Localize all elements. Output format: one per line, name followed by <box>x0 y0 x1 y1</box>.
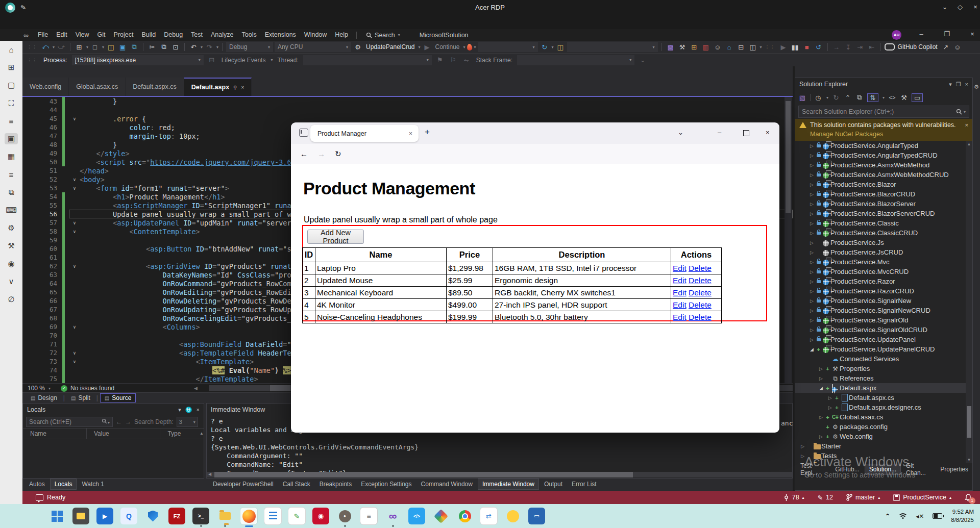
bottom-tab-breakpoints[interactable]: Breakpoints <box>315 479 356 489</box>
collapsed-arrow-icon[interactable]: ▷ <box>827 395 834 400</box>
step-down-icon[interactable]: ↧ <box>843 42 853 52</box>
tree-item-productservice-blazorservercrud[interactable]: ▷ProductService.BlazorServerCRUD <box>795 209 972 218</box>
scrollbar-thumb[interactable] <box>786 101 791 213</box>
expanded-arrow-icon[interactable]: ◢ <box>818 386 824 391</box>
edit-link[interactable]: Edit <box>673 288 687 297</box>
gears-icon[interactable]: ⚙ <box>5 222 18 234</box>
debug-configuration-select[interactable]: Debug▾ <box>226 42 273 52</box>
stack-frame-select[interactable]: ▾ <box>517 55 634 65</box>
list-tabs-icon[interactable]: ⌄ <box>678 129 683 136</box>
fold-chevron-icon[interactable]: ∨ <box>69 184 80 192</box>
vs-minimize-button[interactable]: – <box>914 30 929 38</box>
tools-icon[interactable]: ⚒ <box>900 94 908 102</box>
vscode-icon[interactable]: </> <box>408 508 425 524</box>
ide-window-icon[interactable]: ▩ <box>666 42 676 52</box>
branch-status[interactable]: master▴ <box>846 494 880 501</box>
chevron-down-icon[interactable]: ▾ <box>949 81 952 88</box>
empty-select[interactable]: ▾ <box>478 42 538 52</box>
stop-icon[interactable]: ■ <box>802 42 812 52</box>
fold-chevron-icon[interactable]: ∨ <box>69 175 80 183</box>
notifications-bell[interactable]: 1 <box>965 494 972 501</box>
account-avatar[interactable]: AU <box>892 30 901 40</box>
scrollbar-thumb[interactable] <box>214 472 633 477</box>
manage-nuget-link[interactable]: Manage NuGet Packages <box>810 131 968 138</box>
collapsed-arrow-icon[interactable]: ▷ <box>808 279 815 284</box>
menu-icon[interactable]: ≡ <box>5 169 18 180</box>
expanded-arrow-icon[interactable]: ◢ <box>808 347 815 352</box>
window-layout-icon[interactable]: ⊟ <box>736 42 746 52</box>
refresh-icon[interactable]: ↻ <box>540 42 550 52</box>
pin-icon[interactable]: ⚲ <box>233 85 237 90</box>
scrollbar-thumb[interactable] <box>967 406 971 438</box>
edit-link[interactable]: Edit <box>673 313 687 321</box>
tree-item-productservice-jscrud[interactable]: ▷ProductService.JsCRUD <box>795 247 972 257</box>
play-icon[interactable]: ▶ <box>778 42 789 52</box>
thread-select[interactable]: ▾ <box>303 55 432 65</box>
collapsed-arrow-icon[interactable]: ▷ <box>808 250 815 255</box>
explorer-home-icon[interactable]: ▧ <box>798 94 806 102</box>
locals-title-bar[interactable]: Locals ▾⛎× <box>23 404 204 416</box>
tools-icon[interactable]: ⚒ <box>5 240 18 252</box>
defender-icon[interactable] <box>144 508 161 524</box>
column-value[interactable]: Value <box>87 429 160 439</box>
column-name[interactable]: Name <box>23 429 87 439</box>
movies-app-icon[interactable]: ▶ <box>96 508 113 524</box>
cyberduck-icon[interactable] <box>504 508 521 524</box>
rdp-minimize-button[interactable]: ⌄ <box>938 3 951 11</box>
pending-edits-status[interactable]: ✎ 12 <box>818 494 833 501</box>
collapsed-arrow-icon[interactable]: ▷ <box>818 366 824 371</box>
bottom-tab-error-list[interactable]: Error List <box>568 479 601 489</box>
reading-app-icon[interactable] <box>264 508 281 524</box>
new-tab-icon[interactable]: + <box>425 127 430 137</box>
sync-app-icon[interactable]: ⇄ <box>480 508 497 524</box>
editor-vertical-scrollbar[interactable] <box>785 97 792 383</box>
frame-icon[interactable]: ▢ <box>5 80 18 91</box>
tree-item-productservice-angulartypedcrud[interactable]: ▷ProductService.AngularTypedCRUD <box>795 150 972 160</box>
folder-icon[interactable] <box>216 508 233 524</box>
menu-file[interactable]: File <box>34 29 52 41</box>
collapsed-arrow-icon[interactable]: ▷ <box>808 192 815 197</box>
fold-chevron-icon[interactable]: ∨ <box>69 219 80 227</box>
flag-icon[interactable]: ⚑ <box>435 55 445 65</box>
column-type[interactable]: Type <box>160 429 192 439</box>
windows-start-icon[interactable] <box>48 508 65 524</box>
solution-explorer-search-input[interactable]: Search Solution Explorer (Ctrl+;) ▾ <box>798 106 969 118</box>
paste-icon[interactable]: ⊡ <box>170 42 181 52</box>
search-prev-icon[interactable]: ← <box>116 418 122 425</box>
tree-item-connected-services[interactable]: ☁Connected Services <box>795 354 972 364</box>
menu-help[interactable]: Help <box>331 29 352 41</box>
flag-threads-icon[interactable]: ⚐ <box>448 55 458 65</box>
continue-label[interactable]: Continue <box>435 43 460 51</box>
irfanview-icon[interactable]: ◉ <box>312 508 329 524</box>
battery-icon[interactable] <box>933 513 942 519</box>
tree-item-productservice-blazorcrud[interactable]: ▷ProductService.BlazorCRUD <box>795 189 972 199</box>
collapsed-arrow-icon[interactable]: ▷ <box>808 260 815 265</box>
vs-restore-button[interactable]: ❐ <box>939 30 954 38</box>
tree-item-productservice-classic[interactable]: ▷ProductService.Classic <box>795 218 972 228</box>
menu-project[interactable]: Project <box>110 29 138 41</box>
close-icon[interactable]: × <box>965 81 968 88</box>
menu-build[interactable]: Build <box>137 29 160 41</box>
view-tab-design[interactable]: ▤Design <box>27 394 61 402</box>
menu-search[interactable]: Search▾ <box>361 32 405 39</box>
collapsed-arrow-icon[interactable]: ▷ <box>827 405 834 410</box>
tree-item-productservice-signalrnew[interactable]: ▷ProductService.SignalrNew <box>795 296 972 306</box>
collapsed-arrow-icon[interactable]: ▷ <box>808 328 815 333</box>
search-next-icon[interactable]: → <box>125 418 131 425</box>
tree-item-productservice-signalrold[interactable]: ▷ProductService.SignalrOld <box>795 315 972 325</box>
tree-item-productservice-signalroldcrud[interactable]: ▷ProductService.SignalrOldCRUD <box>795 325 972 335</box>
collapsed-arrow-icon[interactable]: ▷ <box>808 172 815 178</box>
filezilla-icon[interactable]: FZ <box>168 508 185 524</box>
collapsed-arrow-icon[interactable]: ▷ <box>808 153 815 158</box>
refresh-icon[interactable]: ↻ <box>832 94 840 102</box>
terminal-icon[interactable]: ◫ <box>748 42 758 52</box>
gimp-icon[interactable]: ● <box>336 508 353 524</box>
editor-zoom-level[interactable]: 100 % <box>28 385 45 392</box>
banner-close-icon[interactable]: × <box>965 121 968 129</box>
home-icon[interactable]: ⌂ <box>5 44 18 55</box>
tree-item-productservice-blazorserver[interactable]: ▷ProductService.BlazorServer <box>795 199 972 209</box>
rdp-close-button[interactable]: × <box>969 3 980 11</box>
process-select[interactable]: [15288] iisexpress.exe▾ <box>72 55 204 65</box>
scroll-down-icon[interactable]: ▼ <box>966 458 972 462</box>
collapsed-arrow-icon[interactable]: ▷ <box>808 211 815 216</box>
